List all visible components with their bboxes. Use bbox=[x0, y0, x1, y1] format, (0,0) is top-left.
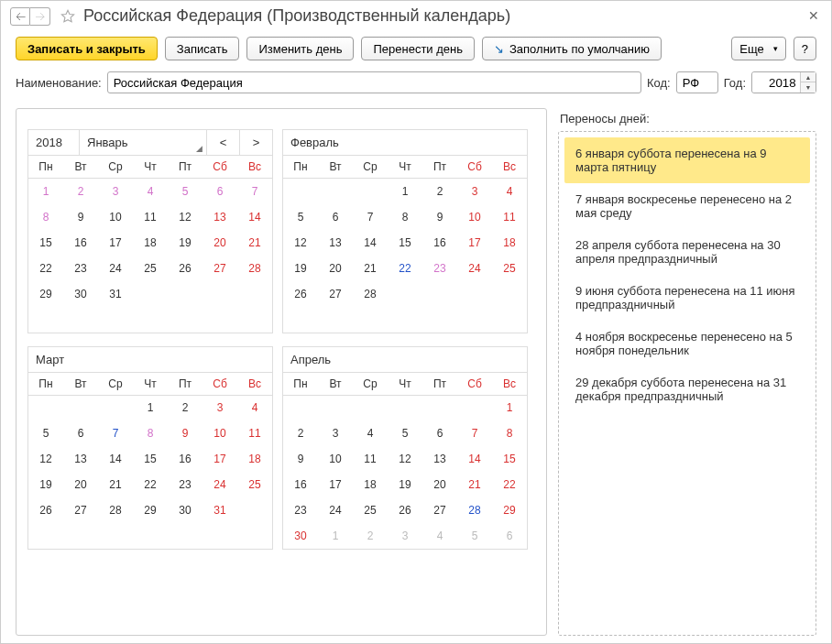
calendar-day[interactable]: 14 bbox=[353, 230, 388, 256]
transfer-item[interactable]: 6 января суббота перенесена на 9 марта п… bbox=[564, 137, 810, 183]
calendar-day[interactable]: 18 bbox=[492, 230, 527, 256]
calendar-day[interactable]: 29 bbox=[133, 497, 168, 523]
calendar-day[interactable]: 10 bbox=[318, 446, 353, 472]
calendar-day[interactable]: 21 bbox=[353, 256, 388, 281]
calendar-day[interactable]: 16 bbox=[168, 446, 203, 472]
nav-back-button[interactable]: 🡠 bbox=[10, 7, 30, 26]
calendar-day[interactable]: 19 bbox=[28, 472, 63, 497]
calendar-day[interactable]: 6 bbox=[492, 523, 527, 549]
calendar-day[interactable]: 18 bbox=[133, 230, 168, 256]
calendar-day[interactable]: 13 bbox=[318, 230, 353, 256]
calendar-day[interactable]: 25 bbox=[133, 256, 168, 281]
calendar-day[interactable]: 26 bbox=[388, 497, 422, 523]
calendar-day[interactable]: 8 bbox=[492, 420, 527, 446]
calendar-day[interactable]: 20 bbox=[63, 472, 98, 497]
calendar-day[interactable]: 20 bbox=[318, 256, 353, 281]
calendar-day[interactable]: 25 bbox=[492, 256, 527, 281]
month-next-button[interactable]: > bbox=[239, 130, 272, 155]
save-button[interactable]: Записать bbox=[165, 37, 240, 60]
calendar-day[interactable]: 8 bbox=[388, 204, 422, 230]
calendar-day[interactable]: 3 bbox=[203, 395, 237, 420]
calendar-day[interactable]: 8 bbox=[133, 420, 168, 446]
calendar-day[interactable]: 16 bbox=[422, 230, 457, 256]
calendar-day[interactable]: 20 bbox=[203, 230, 237, 256]
calendar-day[interactable]: 21 bbox=[457, 472, 492, 497]
calendar-day[interactable]: 23 bbox=[63, 256, 98, 281]
calendar-day[interactable]: 26 bbox=[283, 281, 318, 307]
calendar-day[interactable]: 27 bbox=[422, 497, 457, 523]
nav-forward-button[interactable]: 🡢 bbox=[30, 7, 50, 26]
calendar-day[interactable]: 18 bbox=[237, 446, 272, 472]
change-day-button[interactable]: Изменить день bbox=[246, 37, 354, 60]
transfer-item[interactable]: 28 апреля суббота перенесена на 30 апрел… bbox=[564, 229, 810, 275]
calendar-day[interactable]: 28 bbox=[98, 497, 133, 523]
calendar-day[interactable]: 30 bbox=[63, 281, 98, 307]
calendar-day[interactable]: 11 bbox=[133, 204, 168, 230]
calendar-day[interactable]: 26 bbox=[168, 256, 203, 281]
calendar-day[interactable]: 13 bbox=[63, 446, 98, 472]
calendar-day[interactable]: 1 bbox=[388, 179, 422, 204]
calendar-day[interactable]: 14 bbox=[457, 446, 492, 472]
calendar-day[interactable]: 19 bbox=[168, 230, 203, 256]
calendar-day[interactable]: 30 bbox=[168, 497, 203, 523]
name-input[interactable] bbox=[107, 71, 641, 93]
help-button[interactable]: ? bbox=[794, 37, 816, 60]
calendar-day[interactable]: 3 bbox=[318, 420, 353, 446]
calendar-day[interactable]: 21 bbox=[237, 230, 272, 256]
calendar-day[interactable]: 29 bbox=[492, 497, 527, 523]
calendar-day[interactable]: 4 bbox=[353, 420, 388, 446]
year-up-button[interactable]: ▲ bbox=[801, 72, 816, 82]
calendar-day[interactable]: 31 bbox=[98, 281, 133, 307]
calendar-day[interactable]: 15 bbox=[388, 230, 422, 256]
calendar-day[interactable]: 20 bbox=[422, 472, 457, 497]
calendar-day[interactable]: 7 bbox=[98, 420, 133, 446]
transfer-item[interactable]: 9 июня суббота перенесена на 11 июня пре… bbox=[564, 275, 810, 321]
close-button[interactable]: ✕ bbox=[805, 8, 822, 25]
calendar-day[interactable]: 11 bbox=[353, 446, 388, 472]
more-button[interactable]: Еще ▾ bbox=[731, 37, 785, 60]
code-input[interactable] bbox=[676, 71, 718, 93]
calendar-day[interactable]: 4 bbox=[492, 179, 527, 204]
calendar-day[interactable]: 9 bbox=[422, 204, 457, 230]
calendar-day[interactable]: 19 bbox=[388, 472, 422, 497]
calendar-day[interactable]: 13 bbox=[422, 446, 457, 472]
calendar-day[interactable]: 28 bbox=[353, 281, 388, 307]
calendar-day[interactable]: 31 bbox=[203, 497, 237, 523]
calendar-day[interactable]: 18 bbox=[353, 472, 388, 497]
calendar-day[interactable]: 11 bbox=[237, 420, 272, 446]
calendar-day[interactable]: 11 bbox=[492, 204, 527, 230]
calendar-day[interactable]: 9 bbox=[63, 204, 98, 230]
calendar-day[interactable]: 2 bbox=[422, 179, 457, 204]
calendar-day[interactable]: 12 bbox=[168, 204, 203, 230]
calendar-day[interactable]: 24 bbox=[318, 497, 353, 523]
calendar-day[interactable]: 7 bbox=[353, 204, 388, 230]
calendar-day[interactable]: 28 bbox=[237, 256, 272, 281]
calendar-day[interactable]: 23 bbox=[283, 497, 318, 523]
save-close-button[interactable]: Записать и закрыть bbox=[16, 37, 158, 60]
calendar-day[interactable]: 1 bbox=[492, 395, 527, 420]
calendar-day[interactable]: 14 bbox=[237, 204, 272, 230]
calendar-day[interactable]: 14 bbox=[98, 446, 133, 472]
calendar-day[interactable]: 24 bbox=[203, 472, 237, 497]
calendar-day[interactable]: 6 bbox=[63, 420, 98, 446]
calendar-day[interactable]: 5 bbox=[283, 204, 318, 230]
calendar-day[interactable]: 10 bbox=[203, 420, 237, 446]
calendar-day[interactable]: 2 bbox=[283, 420, 318, 446]
calendar-day[interactable]: 9 bbox=[168, 420, 203, 446]
calendar-day[interactable]: 3 bbox=[98, 179, 133, 204]
calendar-day[interactable]: 6 bbox=[318, 204, 353, 230]
calendar-day[interactable]: 30 bbox=[283, 523, 318, 549]
calendar-day[interactable]: 27 bbox=[318, 281, 353, 307]
calendar-day[interactable]: 27 bbox=[203, 256, 237, 281]
calendar-day[interactable]: 13 bbox=[203, 204, 237, 230]
transfer-item[interactable]: 7 января воскресенье перенесено на 2 мая… bbox=[564, 183, 810, 229]
calendar-day[interactable]: 4 bbox=[133, 179, 168, 204]
calendar-day[interactable]: 8 bbox=[28, 204, 63, 230]
calendar-day[interactable]: 2 bbox=[353, 523, 388, 549]
year-down-button[interactable]: ▼ bbox=[801, 82, 816, 93]
calendar-day[interactable]: 23 bbox=[168, 472, 203, 497]
year-input[interactable] bbox=[752, 72, 800, 93]
calendar-day[interactable]: 23 bbox=[422, 256, 457, 281]
move-day-button[interactable]: Перенести день bbox=[361, 37, 475, 60]
calendar-day[interactable]: 15 bbox=[28, 230, 63, 256]
